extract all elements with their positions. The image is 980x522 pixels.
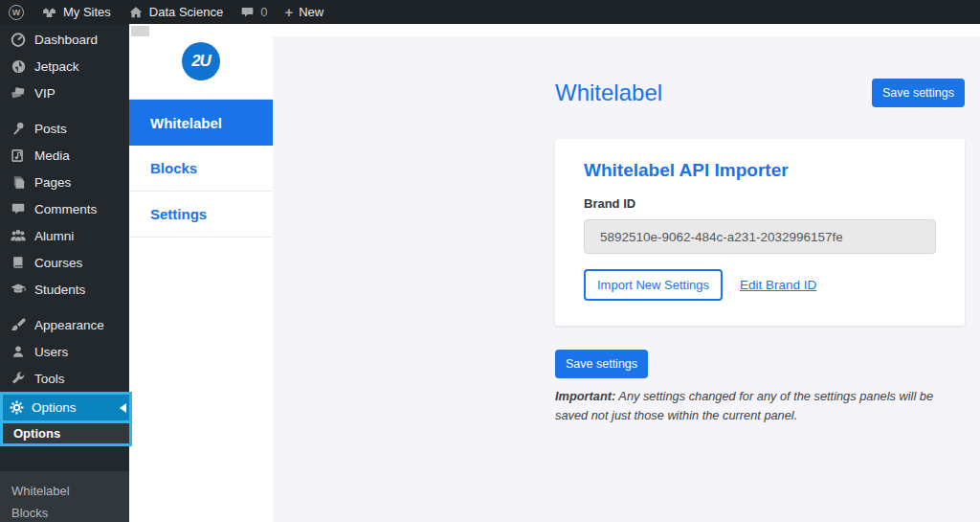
comment-bubble-icon [240, 5, 255, 19]
sidebar-item-label: Pages [34, 175, 71, 190]
graduation-cap-icon [9, 281, 28, 298]
my-sites-label: My Sites [63, 5, 111, 19]
plugin-tab-settings[interactable]: Settings [129, 192, 273, 238]
sidebar-item-vip[interactable]: VIP [0, 79, 129, 106]
submenu-item-options-active[interactable]: Options [3, 420, 129, 443]
site-menu[interactable]: Data Science [120, 0, 232, 24]
comment-count: 0 [260, 5, 267, 19]
wp-logo-menu[interactable]: W [0, 0, 33, 24]
sidebar-item-dashboard[interactable]: Dashboard [0, 26, 129, 53]
wordpress-logo-icon: W [9, 5, 24, 20]
gear-icon [9, 399, 25, 416]
important-note-bold: Important: [555, 389, 615, 403]
sidebar-item-media[interactable]: Media [0, 142, 129, 169]
comments-icon [9, 201, 28, 216]
pushpin-icon [9, 121, 28, 137]
submenu-item-label: Options [13, 426, 60, 441]
content-surface: Whitelabel Save settings Whitelabel API … [273, 36, 980, 522]
sidebar-item-jetpack[interactable]: Jetpack [0, 53, 129, 79]
plugin-nav: Whitelabel Blocks Settings [129, 99, 273, 238]
main-content: Whitelabel Save settings Whitelabel API … [273, 24, 980, 522]
media-icon [9, 148, 28, 164]
sidebar-item-label: Dashboard [34, 33, 98, 47]
sidebar-item-alumni[interactable]: Alumni [0, 222, 129, 249]
sidebar-item-label: Comments [34, 202, 97, 216]
wrench-icon [9, 371, 28, 386]
card-actions: Import New Settings Edit Brand ID [584, 269, 936, 301]
sidebar-item-label: Students [34, 283, 85, 297]
save-settings-button-top[interactable]: Save settings [872, 79, 965, 107]
dashboard-gauge-icon [9, 31, 28, 48]
people-group-icon [9, 227, 28, 244]
submenu-item-blocks[interactable]: Blocks [11, 502, 129, 522]
sidebar-item-label: Courses [34, 256, 82, 270]
sidebar-item-label: Tools [34, 372, 65, 386]
import-new-settings-button[interactable]: Import New Settings [584, 269, 723, 301]
card-title: Whitelabel API Importer [584, 160, 936, 181]
submenu-arrow-icon [120, 403, 126, 413]
wp-admin-sidebar: Dashboard Jetpack VIP [0, 24, 129, 522]
sidebar-item-options[interactable]: Options [3, 395, 129, 420]
jetpack-icon [9, 58, 28, 75]
site-name-label: Data Science [149, 5, 223, 19]
vip-papers-icon [9, 84, 28, 102]
comments-menu[interactable]: 0 [232, 0, 276, 24]
brand-id-label: Brand ID [584, 196, 936, 211]
new-menu[interactable]: + New [276, 0, 332, 24]
submenu-item-label: Blocks [11, 506, 48, 520]
sidebar-item-users[interactable]: Users [0, 338, 129, 365]
sidebar-item-appearance[interactable]: Appearance [0, 311, 129, 338]
sidebar-item-label: Media [34, 148, 70, 163]
user-icon [9, 344, 28, 359]
plugin-tab-whitelabel[interactable]: Whitelabel [129, 100, 273, 146]
save-settings-button-bottom[interactable]: Save settings [555, 350, 648, 378]
plugin-tab-label: Blocks [150, 160, 197, 176]
sidebar-item-label: Options [32, 400, 77, 415]
sidebar-item-students[interactable]: Students [0, 276, 129, 303]
submenu-item-label: Whitelabel [11, 484, 70, 498]
plugin-sidebar: 2U Whitelabel Blocks Settings [129, 24, 273, 522]
plugin-tab-blocks[interactable]: Blocks [129, 146, 273, 192]
page-title: Whitelabel [555, 79, 662, 106]
2u-logo: 2U [182, 42, 220, 80]
plugin-tab-label: Settings [150, 206, 207, 222]
sidebar-item-label: Posts [34, 122, 67, 136]
edit-brand-id-link[interactable]: Edit Brand ID [740, 278, 816, 292]
admin-bar: W My Sites Data Science 0 [0, 0, 980, 24]
scrollbar-artifact [131, 26, 149, 36]
home-icon [128, 5, 144, 20]
sidebar-item-courses[interactable]: Courses [0, 249, 129, 276]
plus-icon: + [284, 5, 293, 19]
sidebar-item-tools[interactable]: Tools [0, 365, 129, 392]
options-highlight-box: Options Options [0, 392, 132, 446]
logo-wrap: 2U [129, 24, 273, 99]
options-submenu: Whitelabel Blocks Settings [0, 471, 129, 522]
book-icon [9, 255, 28, 270]
page-header: Whitelabel Save settings [555, 79, 965, 107]
plugin-tab-label: Whitelabel [150, 115, 222, 131]
sidebar-item-comments[interactable]: Comments [0, 195, 129, 222]
sidebar-item-label: Users [34, 345, 68, 359]
screen: W My Sites Data Science 0 [0, 0, 980, 522]
sidebar-item-label: Appearance [34, 318, 104, 332]
sidebar-item-pages[interactable]: Pages [0, 169, 129, 195]
importer-card: Whitelabel API Importer Brand ID Import … [555, 139, 965, 326]
my-sites-menu[interactable]: My Sites [33, 0, 120, 24]
brand-id-input[interactable] [584, 219, 936, 254]
sidebar-item-label: Alumni [34, 229, 74, 243]
pages-icon [9, 174, 28, 191]
layout: Dashboard Jetpack VIP [0, 24, 980, 522]
paintbrush-icon [9, 317, 28, 333]
important-note: Important: Any settings changed for any … [555, 387, 965, 425]
sidebar-item-label: Jetpack [34, 59, 79, 74]
sidebar-item-posts[interactable]: Posts [0, 115, 129, 142]
submenu-item-whitelabel[interactable]: Whitelabel [11, 480, 129, 502]
sidebar-item-label: VIP [34, 86, 56, 101]
new-label: New [299, 5, 323, 19]
my-sites-icon [41, 5, 57, 20]
